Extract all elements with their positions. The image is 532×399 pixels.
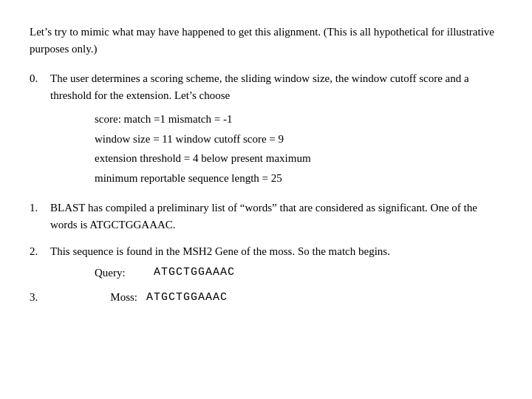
param-window: window size = 11 window cutoff score = 9 xyxy=(95,131,502,148)
step-1-number: 1. xyxy=(30,200,50,233)
step-1: 1. BLAST has compiled a preliminary list… xyxy=(30,200,502,233)
moss-label: Moss: xyxy=(50,291,146,304)
page-container: Let’s try to mimic what may have happene… xyxy=(0,0,532,327)
step-2: 2. This sequence is found in the MSH2 Ge… xyxy=(30,243,502,281)
params-block: score: match =1 mismatch = -1 window siz… xyxy=(95,111,502,186)
step-3-number: 3. xyxy=(30,291,50,304)
step-1-content: BLAST has compiled a preliminary list of… xyxy=(50,200,502,233)
query-row: Query: ATGCTGGAAAC xyxy=(95,265,502,282)
intro-text: Let’s try to mimic what may have happene… xyxy=(30,24,502,57)
param-minimum: minimum reportable sequence length = 25 xyxy=(95,170,502,187)
step-2-number: 2. xyxy=(30,243,50,281)
step-0-number: 0. xyxy=(30,70,50,189)
step-list: 0. The user determines a scoring scheme,… xyxy=(30,70,502,281)
step-2-content: This sequence is found in the MSH2 Gene … xyxy=(50,243,502,281)
step-3-row: 3. Moss: ATGCTGGAAAC xyxy=(30,291,502,304)
step-0: 0. The user determines a scoring scheme,… xyxy=(30,70,502,189)
step-2-text: This sequence is found in the MSH2 Gene … xyxy=(50,245,390,257)
step-0-text: The user determines a scoring scheme, th… xyxy=(50,72,469,101)
step-1-text: BLAST has compiled a preliminary list of… xyxy=(50,202,477,231)
param-score: score: match =1 mismatch = -1 xyxy=(95,111,502,128)
moss-value: ATGCTGGAAAC xyxy=(146,291,228,304)
step-0-content: The user determines a scoring scheme, th… xyxy=(50,70,502,189)
param-extension: extension threshold = 4 below present ma… xyxy=(95,150,502,167)
query-label: Query: xyxy=(95,265,154,282)
query-value: ATGCTGGAAAC xyxy=(154,265,235,282)
